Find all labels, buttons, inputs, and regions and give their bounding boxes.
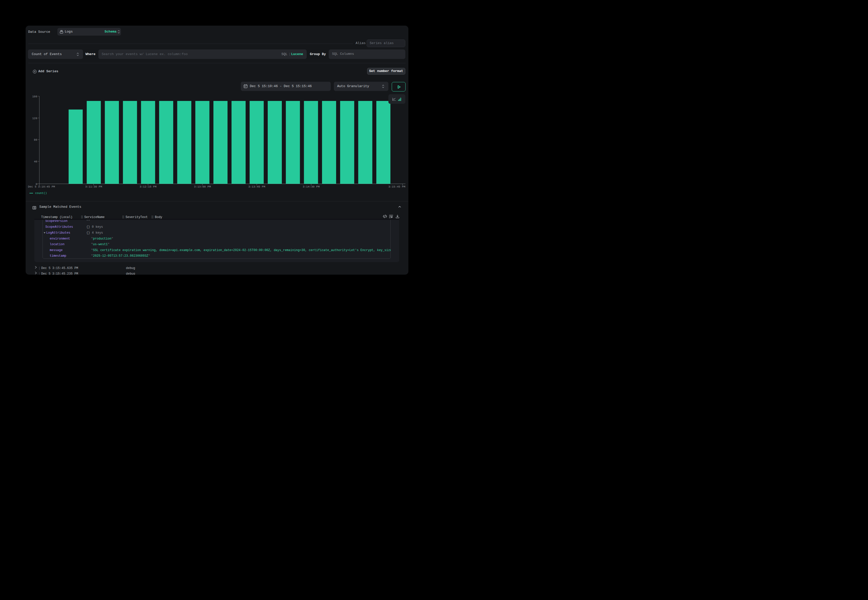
svg-text:80: 80 (34, 138, 37, 141)
svg-text:3:14:30 PM: 3:14:30 PM (303, 185, 320, 188)
svg-text:3:12:15 PM: 3:12:15 PM (139, 185, 156, 188)
svg-text:120: 120 (32, 117, 38, 120)
svg-text:Dec 5 3:10:45 PM: Dec 5 3:10:45 PM (28, 185, 55, 188)
svg-text:3:13:00 PM: 3:13:00 PM (194, 185, 211, 188)
svg-text:160: 160 (32, 95, 38, 98)
svg-text:3:15:45 PM: 3:15:45 PM (388, 185, 405, 188)
svg-text:40: 40 (34, 160, 37, 163)
svg-text:3:13:45 PM: 3:13:45 PM (248, 185, 265, 188)
svg-text:3:11:30 PM: 3:11:30 PM (85, 185, 102, 188)
